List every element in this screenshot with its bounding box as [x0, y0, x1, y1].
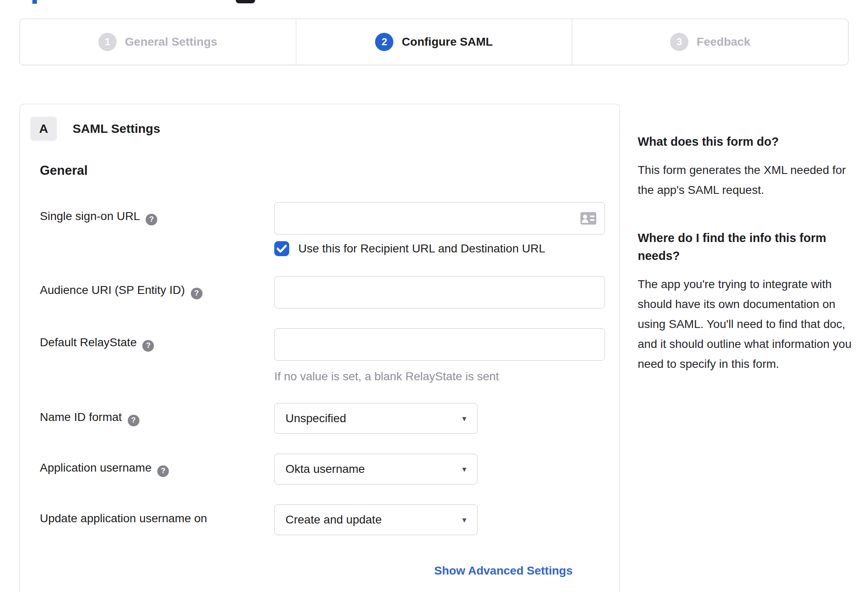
configure-saml-page: 1 General Settings 2 Configure SAML 3 Fe…	[0, 0, 868, 592]
application-username-select[interactable]: Okta username ▾	[274, 454, 478, 484]
check-icon	[277, 245, 287, 253]
step-1-label: General Settings	[125, 35, 217, 49]
sidebar-heading-where: Where do I find the info this form needs…	[638, 229, 856, 265]
update-application-username-row: Update application username on Create an…	[40, 504, 596, 535]
update-application-username-value: Create and update	[285, 513, 382, 526]
step-feedback[interactable]: 3 Feedback	[572, 19, 848, 65]
step-3-number-badge: 3	[670, 33, 688, 51]
sidebar-body-what: This form generates the XML needed for t…	[638, 160, 856, 200]
relaystate-hint: If no value is set, a blank RelayState i…	[274, 370, 605, 383]
application-username-label: Application username?	[40, 454, 274, 484]
wizard-stepper: 1 General Settings 2 Configure SAML 3 Fe…	[20, 19, 848, 65]
chevron-down-icon: ▾	[462, 515, 466, 525]
step-1-number-badge: 1	[98, 33, 117, 51]
single-sign-on-url-input[interactable]	[274, 202, 605, 235]
panel-title: SAML Settings	[73, 122, 160, 136]
clipped-header-fragment-dark	[236, 0, 255, 3]
recipient-url-checkbox[interactable]	[274, 241, 289, 256]
saml-settings-panel: A SAML Settings General Single sign-on U…	[20, 104, 620, 592]
help-icon[interactable]: ?	[191, 288, 202, 299]
chevron-down-icon: ▾	[462, 413, 466, 423]
step-configure-saml[interactable]: 2 Configure SAML	[296, 19, 572, 65]
audience-uri-label: Audience URI (SP Entity ID)?	[40, 276, 274, 308]
sidebar-heading-what: What does this form do?	[638, 133, 856, 151]
single-sign-on-url-label: Single sign-on URL?	[40, 202, 274, 256]
contact-card-icon[interactable]	[580, 212, 597, 227]
single-sign-on-url-row: Single sign-on URL?	[40, 202, 596, 256]
section-a-badge: A	[30, 117, 57, 141]
general-section-title: General	[40, 163, 596, 178]
step-3-label: Feedback	[697, 35, 750, 49]
default-relaystate-label: Default RelayState?	[40, 328, 274, 383]
chevron-down-icon: ▾	[462, 464, 466, 474]
saml-settings-header: A SAML Settings	[30, 117, 596, 141]
sidebar-body-where: The app you're trying to integrate with …	[638, 274, 856, 374]
help-icon[interactable]: ?	[146, 214, 157, 225]
recipient-url-checkbox-label: Use this for Recipient URL and Destinati…	[298, 242, 545, 255]
name-id-format-select[interactable]: Unspecified ▾	[274, 403, 478, 434]
show-advanced-settings-link[interactable]: Show Advanced Settings	[434, 564, 573, 577]
step-general-settings[interactable]: 1 General Settings	[20, 19, 296, 65]
help-sidebar: What does this form do? This form genera…	[638, 104, 856, 374]
help-icon[interactable]: ?	[128, 415, 139, 426]
application-username-value: Okta username	[285, 462, 365, 476]
update-application-username-select[interactable]: Create and update ▾	[274, 504, 478, 535]
audience-uri-input[interactable]	[274, 276, 605, 308]
help-icon[interactable]: ?	[142, 340, 154, 352]
help-icon[interactable]: ?	[157, 465, 169, 477]
step-2-number-badge: 2	[375, 33, 393, 51]
step-2-label: Configure SAML	[402, 35, 493, 49]
name-id-format-value: Unspecified	[285, 412, 346, 425]
update-application-username-label: Update application username on	[40, 504, 274, 535]
audience-uri-row: Audience URI (SP Entity ID)?	[40, 276, 596, 308]
default-relaystate-row: Default RelayState? If no value is set, …	[40, 328, 596, 383]
name-id-format-row: Name ID format? Unspecified ▾	[40, 403, 596, 434]
recipient-url-checkbox-row: Use this for Recipient URL and Destinati…	[274, 241, 605, 256]
name-id-format-label: Name ID format?	[40, 403, 274, 434]
application-username-row: Application username? Okta username ▾	[40, 454, 596, 484]
default-relaystate-input[interactable]	[274, 328, 605, 361]
clipped-header-fragment-blue	[32, 0, 37, 4]
